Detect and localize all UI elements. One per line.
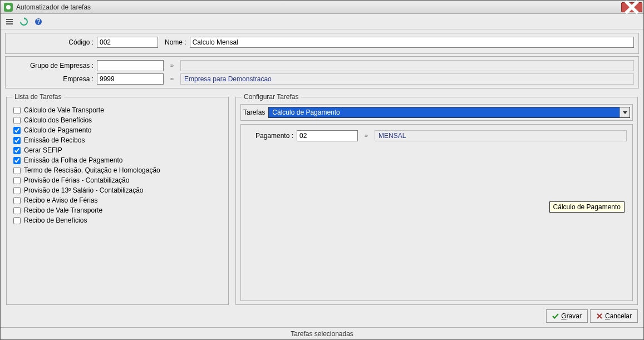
task-checkbox[interactable] — [13, 187, 21, 194]
task-label: Provisão de Férias - Contabilização — [24, 175, 129, 185]
nome-input[interactable] — [190, 37, 634, 48]
grupo-desc — [180, 60, 634, 71]
svg-rect-2 — [6, 21, 13, 22]
window-title: Automatizador de tarefas — [15, 3, 621, 11]
svg-rect-7 — [170, 65, 173, 65]
toolbar-btn-help[interactable]: ? — [33, 16, 44, 27]
x-icon — [596, 313, 603, 319]
lista-legend: Lista de Tarefas — [12, 93, 64, 101]
tooltip: Cálculo de Pagamento — [549, 201, 625, 213]
empresa-label: Empresa : — [10, 75, 94, 83]
grupo-label: Grupo de Empresas : — [10, 62, 94, 70]
task-checkbox[interactable] — [13, 117, 21, 124]
svg-marker-14 — [173, 78, 174, 80]
task-label: Gerar SEFIP — [24, 145, 62, 155]
task-checkbox[interactable] — [13, 147, 21, 154]
gravar-label: Gravar — [561, 312, 582, 320]
task-label: Recibo de Benefícios — [24, 215, 87, 225]
svg-marker-10 — [173, 65, 174, 66]
svg-marker-19 — [367, 135, 368, 136]
svg-rect-8 — [170, 66, 173, 66]
task-checkbox[interactable] — [13, 127, 21, 134]
button-bar: Gravar Cancelar — [5, 307, 639, 325]
codigo-input[interactable] — [97, 37, 158, 48]
titlebar: Automatizador de tarefas — [1, 1, 643, 14]
gravar-button[interactable]: Gravar — [546, 309, 588, 323]
lookup-icon — [170, 64, 174, 67]
check-item: Cálculo de Vale Transporte — [13, 105, 222, 115]
check-item: Emissão da Folha de Pagamento — [13, 155, 222, 165]
task-checkbox[interactable] — [13, 207, 21, 214]
toolbar-btn-1[interactable] — [4, 16, 15, 27]
task-checkbox[interactable] — [13, 177, 21, 184]
cancelar-button[interactable]: Cancelar — [590, 309, 638, 323]
tarefas-label: Tarefas — [243, 109, 265, 116]
check-item: Recibo de Vale Transporte — [13, 205, 222, 215]
task-checkbox[interactable] — [13, 167, 21, 174]
codigo-label: Código : — [10, 38, 94, 46]
tarefas-value: Cálculo de Pagamento — [272, 109, 340, 116]
svg-rect-12 — [170, 79, 173, 80]
svg-rect-9 — [170, 66, 173, 67]
statusbar: Tarefas selecionadas — [1, 327, 643, 339]
config-inner: Pagamento : MENSAL Cálculo de Pagamento — [240, 124, 633, 301]
dual-pane: Lista de Tarefas Cálculo de Vale Transpo… — [5, 91, 639, 305]
close-button[interactable] — [621, 2, 642, 12]
task-label: Provisão de 13º Salário - Contabilização — [24, 185, 144, 195]
config-legend: Configurar Tarefas — [242, 93, 301, 101]
nome-label: Nome : — [165, 38, 186, 46]
tarefas-row: Tarefas Cálculo de Pagamento — [240, 104, 633, 121]
svg-rect-11 — [170, 78, 173, 78]
check-item: Provisão de Férias - Contabilização — [13, 175, 222, 185]
chevron-down-icon — [622, 110, 628, 115]
task-checkbox[interactable] — [13, 197, 21, 204]
check-item: Cálculo de Pagamento — [13, 125, 222, 135]
header-group: Código : Nome : — [5, 33, 639, 54]
pagamento-lookup-button[interactable] — [361, 131, 371, 141]
task-label: Termo de Rescisão, Quitação e Homologaçã… — [24, 165, 160, 175]
task-label: Cálculo dos Benefícios — [24, 115, 92, 125]
empresa-lookup-button[interactable] — [167, 74, 177, 84]
task-label: Emissão da Folha de Pagamento — [24, 155, 122, 165]
app-window: Automatizador de tarefas ? Código : Nome… — [0, 0, 644, 340]
toolbar: ? — [1, 14, 643, 29]
svg-rect-16 — [365, 135, 367, 135]
task-checkbox[interactable] — [13, 107, 21, 114]
svg-rect-1 — [6, 19, 13, 20]
empresa-input[interactable] — [97, 73, 164, 85]
svg-rect-13 — [170, 80, 173, 80]
checklist: Cálculo de Vale TransporteCálculo dos Be… — [11, 104, 224, 226]
check-item: Provisão de 13º Salário - Contabilização — [13, 185, 222, 195]
toolbar-btn-2[interactable] — [18, 16, 30, 27]
check-item: Cálculo dos Benefícios — [13, 115, 222, 125]
task-label: Recibo de Vale Transporte — [24, 205, 102, 215]
list-icon — [5, 17, 14, 26]
check-item: Recibo de Benefícios — [13, 215, 222, 225]
lookup-icon — [365, 134, 368, 137]
grupo-input[interactable] — [97, 60, 164, 71]
svg-marker-15 — [623, 111, 627, 114]
svg-text:?: ? — [37, 18, 41, 26]
grupo-lookup-button[interactable] — [167, 61, 177, 71]
task-checkbox[interactable] — [13, 137, 21, 144]
pagamento-label: Pagamento : — [247, 132, 293, 140]
lista-tarefas-fieldset: Lista de Tarefas Cálculo de Vale Transpo… — [6, 93, 229, 305]
help-icon: ? — [34, 17, 43, 26]
dropdown-arrow[interactable] — [620, 107, 630, 117]
pagamento-desc: MENSAL — [375, 130, 627, 141]
check-item: Gerar SEFIP — [13, 145, 222, 155]
check-item: Termo de Rescisão, Quitação e Homologaçã… — [13, 165, 222, 175]
task-checkbox[interactable] — [13, 157, 21, 164]
task-label: Recibo e Aviso de Férias — [24, 195, 98, 205]
svg-rect-17 — [365, 136, 367, 136]
pagamento-input[interactable] — [297, 130, 358, 141]
svg-point-0 — [6, 5, 11, 9]
task-label: Cálculo de Vale Transporte — [24, 105, 104, 115]
refresh-icon — [19, 17, 28, 26]
task-checkbox[interactable] — [13, 217, 21, 224]
svg-rect-3 — [6, 23, 13, 24]
svg-rect-18 — [365, 136, 367, 137]
empresa-group: Grupo de Empresas : Empresa : Empresa pa… — [5, 56, 639, 88]
tarefas-select[interactable]: Cálculo de Pagamento — [268, 107, 630, 118]
check-icon — [552, 313, 559, 319]
